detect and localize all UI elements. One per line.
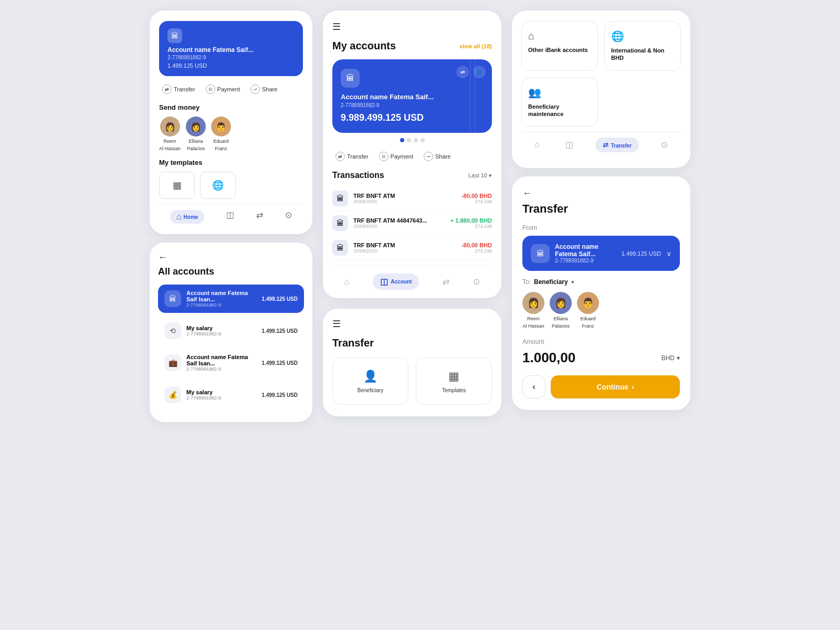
transactions-header: Transactions Last 10 ▾: [332, 171, 492, 180]
nav2-home-icon: ⌂: [344, 277, 350, 287]
dot-3[interactable]: [414, 138, 418, 142]
quick-other-ibank[interactable]: ⌂ Other iBank accounts: [521, 21, 598, 71]
contact-eduard[interactable]: 👨 Eduard Franz: [211, 117, 231, 151]
account-icon-2: ⟲: [164, 322, 181, 339]
back-arrow[interactable]: ←: [158, 252, 304, 263]
nav3-account-icon: ◫: [565, 140, 573, 149]
templates-icon: ▦: [448, 370, 459, 383]
amount-value: 1.000,00: [522, 350, 575, 366]
beneficiary-maint-icon: 👥: [528, 86, 541, 99]
contact-reem[interactable]: 👩 Reem Al Hassan: [159, 117, 181, 151]
transfer-actions: ‹ Continue ›: [522, 375, 680, 398]
all-accounts-card: ← All accounts 🏛 Account name Fatema Sai…: [150, 243, 312, 422]
my-accounts-title: My accounts: [332, 40, 396, 52]
nav2-transfer[interactable]: ⇄: [443, 274, 449, 290]
transfer-options: 👤 Beneficiary ▦ Templates: [332, 358, 492, 405]
main-account-card[interactable]: ⇄ 👤 🏛 Account name Fatema Saif... 2-7788…: [332, 59, 492, 133]
nav-payment[interactable]: ⊙: [285, 210, 292, 224]
amount-label: Amount: [522, 338, 680, 345]
main-payment-icon: ⊙: [379, 152, 388, 161]
transaction-1[interactable]: 🏛 TRF BNFT ATM 25/08/2020 -80,00 BHD 273…: [332, 186, 492, 211]
payment-nav-icon: ⊙: [285, 210, 292, 220]
contact-elliana[interactable]: 👩 Elliana Palacios: [186, 117, 206, 151]
quick-beneficiary[interactable]: 👥 Beneficiary maintenance: [521, 77, 598, 127]
main-share-btn[interactable]: ⤻ Share: [421, 150, 454, 163]
payment-icon: ⊙: [206, 85, 215, 94]
view-all-link[interactable]: view all (18): [459, 43, 492, 49]
bene-eduard[interactable]: 👨 Eduard Franz: [577, 292, 599, 329]
dot-2[interactable]: [407, 138, 411, 142]
transfer-detail-card: ← Transfer From 🏛 Account name Fatema Sa…: [512, 176, 690, 410]
currency-selector[interactable]: BHD ▾: [662, 354, 680, 362]
template-1[interactable]: ▦: [159, 172, 195, 199]
nav2-home[interactable]: ⌂: [344, 274, 350, 290]
account-name: Account name Fatema Saif...: [167, 46, 295, 54]
transfer-detail-title: Transfer: [522, 202, 680, 216]
send-money-title: Send money: [159, 103, 303, 111]
account-item-3[interactable]: 💼 Account name Fatema Saif Isan... 2-778…: [158, 349, 304, 377]
main-transfer-btn[interactable]: ⇄ Transfer: [332, 150, 372, 163]
txn-amount-3: -80,00 BHD: [461, 242, 492, 248]
nav2-account[interactable]: ◫ Account: [373, 274, 419, 290]
transactions-title: Transactions: [332, 171, 384, 180]
continue-button[interactable]: Continue ›: [551, 375, 680, 398]
nav2-transfer-icon: ⇄: [443, 277, 449, 287]
txn-amount-2: + 1.880,00 BHD: [450, 217, 492, 224]
bene-elliana[interactable]: 👩 Elliana Palacios: [550, 292, 572, 329]
last-10-selector[interactable]: Last 10 ▾: [468, 172, 492, 179]
nav-home[interactable]: ⌂ Home: [170, 210, 204, 224]
account-icon: ◫: [226, 210, 234, 220]
transfer-menu[interactable]: ☰: [332, 318, 492, 330]
template-2[interactable]: 🌐: [200, 172, 236, 199]
nav-transfer[interactable]: ⇄: [256, 210, 263, 224]
templates-option[interactable]: ▦ Templates: [416, 358, 492, 405]
nav3-account[interactable]: ◫: [561, 138, 578, 152]
hamburger-menu[interactable]: ☰: [332, 21, 492, 33]
account-item-1[interactable]: 🏛 Account name Fatema Saif Isan... 2-778…: [158, 285, 304, 313]
back-page-button[interactable]: ‹: [522, 375, 545, 398]
txn-icon-2: 🏛: [332, 215, 348, 231]
bottom-nav: ⌂ Home ◫ ⇄ ⊙: [159, 204, 303, 224]
bene-avatar-eduard: 👨: [577, 292, 599, 314]
nav2-payment[interactable]: ⊙: [473, 274, 480, 290]
to-chevron-icon[interactable]: ▾: [571, 279, 574, 286]
my-accounts-header: My accounts view all (18): [332, 40, 492, 52]
transfer-nav-icon: ⇄: [256, 210, 263, 220]
nav3-payment[interactable]: ⊙: [657, 138, 672, 152]
all-accounts-title: All accounts: [158, 266, 304, 277]
transfer-mini-card: ☰ Transfer 👤 Beneficiary ▦ Templates: [323, 309, 501, 416]
transaction-3[interactable]: 🏛 TRF BNFT ATM 25/08/2020 -80,00 BHD 273…: [332, 236, 492, 260]
quick-international[interactable]: 🌐 International & Non BHD: [604, 21, 681, 71]
account-item-4[interactable]: 💰 My salary 2-7788991882-9 1.499.125 USD: [158, 381, 304, 408]
main-acct-name: Account name Fatema Saif...: [341, 93, 484, 101]
nav-account[interactable]: ◫: [226, 210, 234, 224]
dot-4[interactable]: [421, 138, 425, 142]
beneficiary-option[interactable]: 👤 Beneficiary: [332, 358, 408, 405]
payment-button[interactable]: ⊙ Payment: [203, 82, 243, 96]
main-payment-btn[interactable]: ⊙ Payment: [376, 150, 416, 163]
international-icon: 🌐: [611, 30, 624, 43]
txn-icon-3: 🏛: [332, 240, 348, 256]
nav3-home[interactable]: ⌂: [530, 138, 544, 152]
nav2-account-icon: ◫: [380, 277, 388, 287]
card-icon-arrows[interactable]: ⇄: [456, 66, 469, 78]
from-account-icon: 🏛: [531, 244, 550, 263]
from-account-selector[interactable]: 🏛 Account name Fatema Saif... 2-77889918…: [522, 236, 680, 271]
account-icon-1: 🏛: [164, 290, 181, 307]
bene-reem[interactable]: 👩 Reem Al Hassan: [522, 292, 544, 329]
td-back-arrow[interactable]: ←: [522, 188, 680, 199]
transfer-button[interactable]: ⇄ Transfer: [159, 82, 198, 96]
transaction-2[interactable]: 🏛 TRF BNFT ATM 44847643... 25/08/2020 + …: [332, 211, 492, 236]
share-button[interactable]: ⤻ Share: [247, 82, 280, 96]
dot-1[interactable]: [400, 138, 404, 142]
txn-icon-1: 🏛: [332, 191, 348, 206]
currency-chevron-icon: ▾: [677, 354, 680, 362]
contacts-row: 👩 Reem Al Hassan 👩 Elliana Palacios 👨 Ed…: [159, 117, 303, 151]
account-icon-4: 💰: [164, 386, 181, 403]
avatar-reem: 👩: [160, 117, 180, 136]
main-bank-icon: 🏛: [341, 69, 360, 88]
account-item-2[interactable]: ⟲ My salary 2-7788991882-9 1.499.125 USD: [158, 317, 304, 344]
templates-row: ▦ 🌐: [159, 172, 303, 199]
nav3-transfer[interactable]: ⇄ Transfer: [595, 138, 639, 152]
nav3-payment-icon: ⊙: [661, 140, 668, 149]
